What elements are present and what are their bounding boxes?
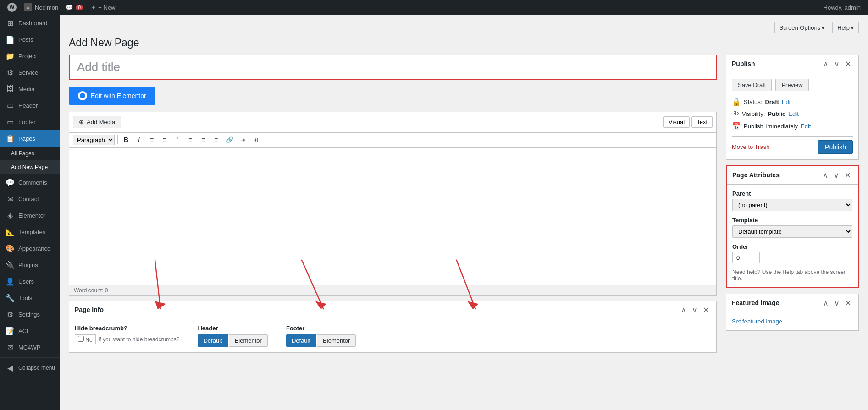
text-tab[interactable]: Text <box>691 116 713 128</box>
align-center-button[interactable]: ≡ <box>198 135 209 145</box>
sidebar-item-comments[interactable]: 💬 Comments <box>0 174 60 191</box>
align-left-button[interactable]: ≡ <box>185 135 196 145</box>
help-button[interactable]: Help <box>832 22 859 33</box>
unordered-list-button[interactable]: ≡ <box>146 135 157 145</box>
comment-icon: 💬 <box>66 4 73 11</box>
publish-button[interactable]: Publish <box>818 140 853 154</box>
header-default-button[interactable]: Default <box>198 334 227 347</box>
editor-statusbar: Word count: 0 <box>69 285 716 295</box>
footer-btn-group: Default Elementor <box>286 334 356 347</box>
publish-actions-row: Move to Trash Publish <box>732 136 853 154</box>
sidebar-item-posts[interactable]: 📄 Posts <box>0 31 60 48</box>
page-title-input[interactable] <box>70 55 716 79</box>
indent-button[interactable]: ⇥ <box>238 135 249 145</box>
visibility-label: Visibility: <box>742 110 765 117</box>
align-right-button[interactable]: ≡ <box>210 135 221 145</box>
sidebar-item-header[interactable]: ▭ Header <box>0 97 60 114</box>
publish-when-value: immediately <box>766 123 798 130</box>
sidebar-item-appearance[interactable]: 🎨 Appearance <box>0 240 60 257</box>
ordered-list-button[interactable]: ≡ <box>159 135 170 145</box>
page-attributes-close[interactable]: ✕ <box>843 170 852 180</box>
site-name[interactable]: ⌂ Nocimon <box>20 0 62 15</box>
sidebar-label-media: Media <box>18 86 34 93</box>
publish-when-edit-link[interactable]: Edit <box>801 123 811 130</box>
appearance-icon: 🎨 <box>6 244 15 253</box>
add-media-button[interactable]: ⊕ Add Media <box>73 116 121 128</box>
project-icon: 📁 <box>6 51 15 60</box>
pages-icon: 📋 <box>6 134 15 143</box>
order-input[interactable] <box>732 252 760 263</box>
sidebar-item-users[interactable]: 👤 Users <box>0 273 60 290</box>
parent-field: Parent (no parent) <box>732 190 852 211</box>
page-info-box: Page Info ∧ ∨ ✕ <box>69 301 717 353</box>
table-button[interactable]: ⊞ <box>250 135 261 145</box>
paragraph-select[interactable]: Paragraph <box>73 135 115 145</box>
body-content: Screen Options Help Add New Page <box>60 15 868 367</box>
blockquote-button[interactable]: " <box>172 135 183 145</box>
screen-options-button[interactable]: Screen Options <box>774 22 830 33</box>
comments-item[interactable]: 💬 0 <box>62 0 87 15</box>
page-attributes-header: Page Attributes ∧ ∨ ✕ <box>727 166 858 185</box>
italic-button[interactable]: I <box>133 135 144 145</box>
page-info-collapse-down[interactable]: ∨ <box>690 305 699 315</box>
link-button[interactable]: 🔗 <box>223 135 236 145</box>
collapse-menu-item[interactable]: ◀ Collapse menu <box>0 360 60 376</box>
sidebar-item-mc4wp[interactable]: ✉ MC4WP <box>0 339 60 355</box>
publish-toggle-down[interactable]: ∨ <box>832 59 841 69</box>
footer-icon: ▭ <box>6 117 15 126</box>
sidebar-item-project[interactable]: 📁 Project <box>0 48 60 64</box>
publish-close[interactable]: ✕ <box>843 59 853 69</box>
visual-tab[interactable]: Visual <box>663 116 690 128</box>
visibility-edit-link[interactable]: Edit <box>788 110 798 117</box>
footer-default-button[interactable]: Default <box>286 334 316 347</box>
save-draft-button[interactable]: Save Draft <box>732 79 772 91</box>
publish-toggle-up[interactable]: ∧ <box>821 59 830 69</box>
status-value: Draft <box>765 98 779 105</box>
header-elementor-button[interactable]: Elementor <box>229 334 268 347</box>
page-info-content: Hide breadcrumb? No if you want to hide … <box>69 319 716 352</box>
status-edit-link[interactable]: Edit <box>782 98 792 105</box>
sidebar-item-pages[interactable]: 📋 Pages <box>0 130 60 147</box>
sidebar-item-settings[interactable]: ⚙ Settings <box>0 306 60 323</box>
edit-with-elementor-button[interactable]: Edit with Elementor <box>69 87 155 105</box>
word-count: Word count: 0 <box>74 287 108 294</box>
sidebar-item-contact[interactable]: ✉ Contact <box>0 191 60 207</box>
sidebar-item-tools[interactable]: 🔧 Tools <box>0 290 60 306</box>
sidebar-item-plugins[interactable]: 🔌 Plugins <box>0 257 60 273</box>
main-wrap: ⊞ Dashboard 📄 Posts 📁 Project ⚙ Service … <box>0 15 868 410</box>
featured-image-toggle-up[interactable]: ∧ <box>821 298 830 308</box>
status-label: Status: <box>744 98 762 105</box>
wp-logo[interactable]: W <box>4 0 20 15</box>
sidebar-item-acf[interactable]: 📝 ACF <box>0 323 60 339</box>
sidebar-item-media[interactable]: 🖼 Media <box>0 81 60 97</box>
sidebar-item-elementor[interactable]: ◈ Elementor <box>0 207 60 224</box>
page-info-collapse-up[interactable]: ∧ <box>679 305 688 315</box>
set-featured-image-link[interactable]: Set featured image <box>732 318 782 325</box>
footer-elementor-button[interactable]: Elementor <box>317 334 356 347</box>
breadcrumb-checkbox-container: No if you want to hide breadcrumbs? <box>75 334 179 344</box>
preview-button[interactable]: Preview <box>775 79 808 91</box>
house-icon: ⌂ <box>24 3 32 11</box>
new-content-button[interactable]: ＋ + New <box>87 0 119 15</box>
order-field: Order <box>732 243 852 263</box>
publish-title: Publish <box>732 60 755 67</box>
editor-area[interactable] <box>69 148 716 285</box>
sidebar-item-templates[interactable]: 📐 Templates <box>0 224 60 240</box>
move-to-trash-link[interactable]: Move to Trash <box>732 143 769 150</box>
submenu-item-add-new-page[interactable]: Add New Page <box>0 160 60 174</box>
bold-button[interactable]: B <box>121 135 132 145</box>
featured-image-close[interactable]: ✕ <box>843 298 853 308</box>
parent-select[interactable]: (no parent) <box>732 199 852 211</box>
page-attributes-toggle-down[interactable]: ∨ <box>832 170 841 180</box>
sidebar-item-service[interactable]: ⚙ Service <box>0 64 60 81</box>
breadcrumb-checkbox[interactable] <box>78 336 84 342</box>
submenu-item-all-pages[interactable]: All Pages <box>0 147 60 160</box>
page-info-close[interactable]: ✕ <box>701 305 711 315</box>
postbox-container-wrap: Edit with Elementor ⊕ Add Media Visual <box>69 55 859 358</box>
sidebar-item-footer[interactable]: ▭ Footer <box>0 114 60 130</box>
template-select[interactable]: Default template <box>732 225 852 238</box>
publish-header: Publish ∧ ∨ ✕ <box>726 55 858 73</box>
page-attributes-toggle-up[interactable]: ∧ <box>821 170 830 180</box>
featured-image-toggle-down[interactable]: ∨ <box>832 298 841 308</box>
sidebar-item-dashboard[interactable]: ⊞ Dashboard <box>0 15 60 31</box>
